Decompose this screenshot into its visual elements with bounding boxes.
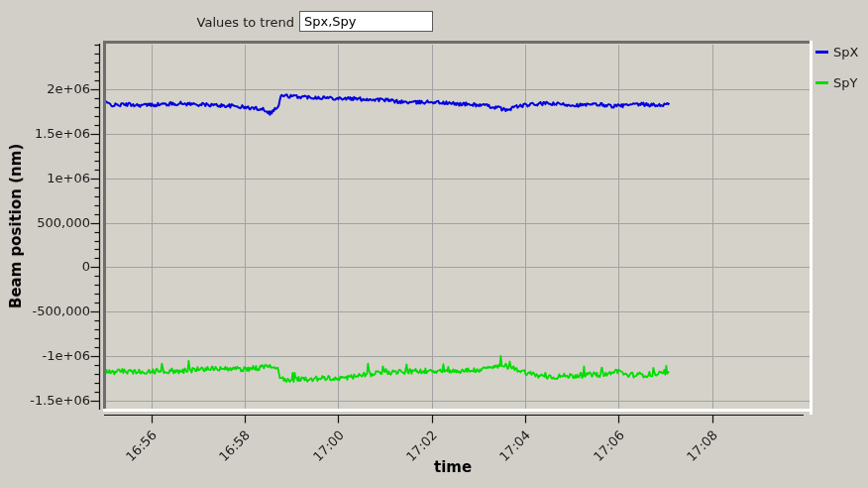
x-axis-title: time xyxy=(434,458,472,476)
legend-line-icon xyxy=(815,81,828,84)
y-tick-label: -1.5e+06 xyxy=(0,393,90,409)
trend-plot-canvas xyxy=(0,0,868,488)
y-tick-label: 1e+06 xyxy=(0,171,90,186)
y-tick-label: -1e+06 xyxy=(0,348,90,364)
values-to-trend-input[interactable] xyxy=(299,11,433,32)
legend-item-spy: SpY xyxy=(815,75,857,90)
y-tick-label: 0 xyxy=(0,259,90,275)
y-tick-label: 1.5e+06 xyxy=(0,126,90,142)
legend-label: SpY xyxy=(833,75,857,90)
values-to-trend-label: Values to trend xyxy=(149,15,294,30)
legend-item-spx: SpX xyxy=(815,45,858,60)
legend-label: SpX xyxy=(833,45,858,60)
y-tick-label: -500,000 xyxy=(0,304,90,319)
y-tick-label: 500,000 xyxy=(0,215,90,231)
legend-line-icon xyxy=(815,51,828,54)
y-tick-label: 2e+06 xyxy=(0,81,90,97)
